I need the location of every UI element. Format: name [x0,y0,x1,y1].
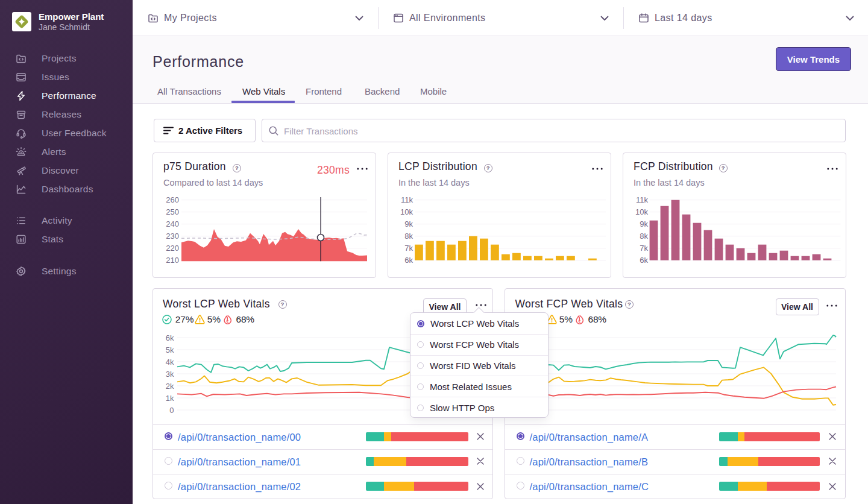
svg-text:250: 250 [166,207,179,216]
svg-text:10k: 10k [400,207,413,216]
svg-text:8k: 8k [404,232,413,241]
svg-text:220: 220 [166,244,179,253]
svg-text:9k: 9k [640,219,648,228]
svg-text:3k: 3k [166,370,174,379]
svg-text:7k: 7k [640,244,648,253]
svg-text:10k: 10k [635,207,648,216]
svg-text:6k: 6k [166,333,174,342]
svg-text:260: 260 [166,195,179,204]
svg-text:240: 240 [166,219,179,228]
svg-text:6k: 6k [640,256,648,265]
svg-text:7k: 7k [404,244,413,253]
svg-text:0: 0 [169,406,174,415]
svg-text:8k: 8k [640,232,648,241]
svg-text:6k: 6k [404,256,413,265]
svg-text:1k: 1k [166,394,174,403]
svg-text:5k: 5k [166,345,174,354]
svg-text:230: 230 [166,232,179,241]
svg-text:11k: 11k [401,195,413,204]
svg-text:9k: 9k [404,219,413,228]
svg-text:2k: 2k [166,382,174,391]
svg-text:210: 210 [166,256,179,265]
svg-text:11k: 11k [636,195,648,204]
svg-text:4k: 4k [166,358,174,367]
